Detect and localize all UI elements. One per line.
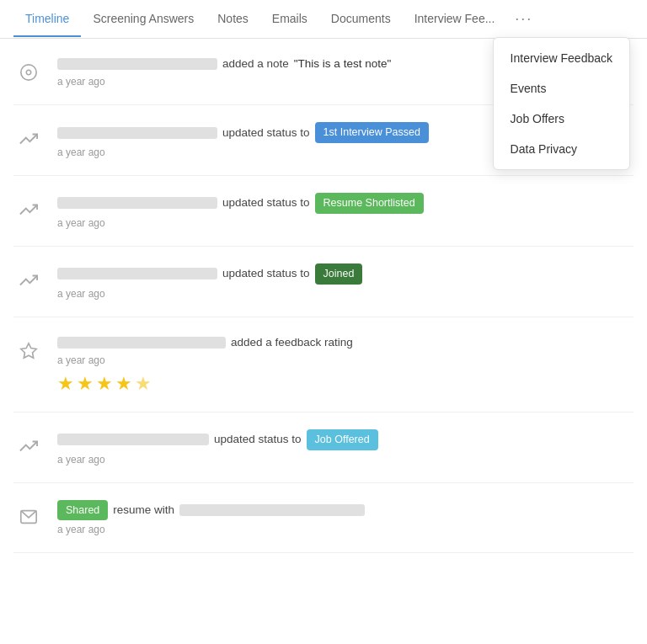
tab-bar: Timeline Screening Answers Notes Emails … xyxy=(0,0,647,39)
mail-icon xyxy=(13,502,44,532)
name-placeholder xyxy=(57,127,217,139)
status-icon xyxy=(13,124,44,154)
timeline-item: updated status to Resume Shortlisted a y… xyxy=(13,176,634,247)
timeline-text: updated status to Joined xyxy=(57,263,634,285)
name-placeholder xyxy=(57,337,226,349)
action-text: added a note xyxy=(222,56,289,72)
tab-interview-fee[interactable]: Interview Fee... xyxy=(403,2,507,37)
tab-more-button[interactable]: ··· xyxy=(506,0,541,38)
star-half: ★ xyxy=(135,373,152,395)
action-text: added a feedback rating xyxy=(231,334,353,351)
star-4: ★ xyxy=(115,373,132,395)
shared-badge: Shared xyxy=(57,500,108,521)
timeline-item: updated status to Joined a year ago xyxy=(13,247,634,317)
star-3: ★ xyxy=(96,373,113,395)
timestamp: a year ago xyxy=(57,454,634,466)
rating-icon xyxy=(13,336,44,366)
action-text: updated status to xyxy=(222,125,310,141)
tab-screening-answers[interactable]: Screening Answers xyxy=(81,2,206,37)
star-2: ★ xyxy=(77,373,94,395)
svg-marker-2 xyxy=(21,343,36,357)
timeline-text: updated status to Job Offered xyxy=(57,429,634,450)
name-placeholder xyxy=(57,197,217,209)
status-badge: 1st Interview Passed xyxy=(315,122,429,143)
action-text: resume with xyxy=(113,502,174,519)
tab-timeline[interactable]: Timeline xyxy=(13,2,81,37)
action-text: updated status to xyxy=(222,265,310,282)
status-icon xyxy=(13,194,44,225)
name-placeholder xyxy=(57,58,217,70)
timeline-text: updated status to Resume Shortlisted xyxy=(57,193,634,214)
timeline-content: updated status to Joined a year ago xyxy=(57,263,634,300)
timeline-content: updated status to Job Offered a year ago xyxy=(57,429,634,466)
timeline-item: Shared resume with a year ago xyxy=(13,483,634,554)
status-icon xyxy=(13,265,44,295)
star-1: ★ xyxy=(57,373,74,395)
timeline-content: Shared resume with a year ago xyxy=(57,500,634,536)
note-quote: "This is a test note" xyxy=(294,56,391,72)
timestamp: a year ago xyxy=(57,288,634,300)
name-placeholder-trail xyxy=(179,504,365,516)
timeline-text: added a feedback rating xyxy=(57,334,634,351)
timeline-item: added a feedback rating a year ago ★ ★ ★… xyxy=(13,317,634,412)
timestamp: a year ago xyxy=(57,354,634,366)
svg-point-1 xyxy=(26,70,31,75)
timeline-text: Shared resume with xyxy=(57,500,634,521)
note-icon xyxy=(13,57,44,88)
status-icon xyxy=(13,431,44,461)
status-badge: Job Offered xyxy=(307,429,378,450)
dropdown-item-events[interactable]: Events xyxy=(494,73,629,104)
name-placeholder xyxy=(57,268,217,279)
tab-documents[interactable]: Documents xyxy=(319,2,403,37)
status-badge: Resume Shortlisted xyxy=(315,193,424,214)
timeline-content: updated status to Resume Shortlisted a y… xyxy=(57,193,634,229)
name-placeholder xyxy=(57,434,209,445)
overflow-dropdown: Interview Feedback Events Job Offers Dat… xyxy=(493,37,630,170)
action-text: updated status to xyxy=(222,194,310,211)
svg-point-0 xyxy=(21,65,36,80)
dropdown-item-job-offers[interactable]: Job Offers xyxy=(494,104,629,134)
timeline-content: added a feedback rating a year ago ★ ★ ★… xyxy=(57,334,634,395)
star-rating: ★ ★ ★ ★ ★ xyxy=(57,373,634,395)
tab-notes[interactable]: Notes xyxy=(206,2,260,37)
dropdown-item-data-privacy[interactable]: Data Privacy xyxy=(494,134,629,164)
tab-emails[interactable]: Emails xyxy=(260,2,319,37)
action-text: updated status to xyxy=(214,431,302,448)
timestamp: a year ago xyxy=(57,524,634,535)
dropdown-item-interview-feedback[interactable]: Interview Feedback xyxy=(494,43,629,73)
status-badge: Joined xyxy=(315,263,363,285)
timestamp: a year ago xyxy=(57,217,634,229)
timeline-item: updated status to Job Offered a year ago xyxy=(13,412,634,483)
